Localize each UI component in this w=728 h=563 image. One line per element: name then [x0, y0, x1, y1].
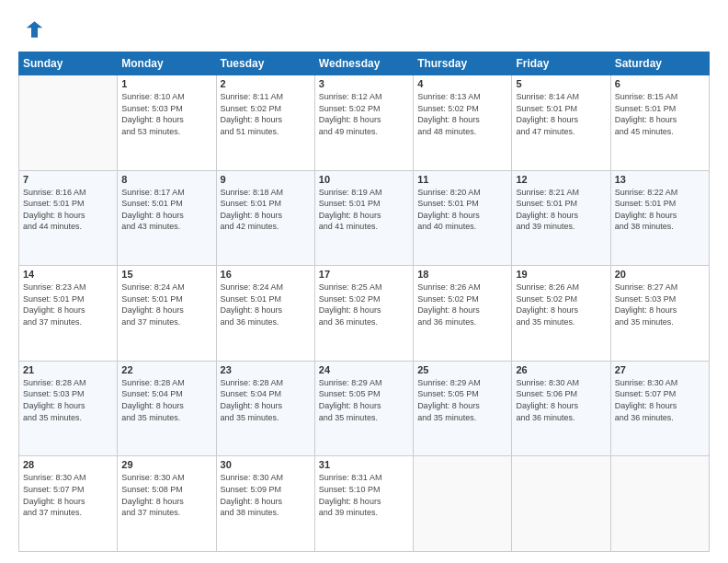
calendar-cell: 11Sunrise: 8:20 AM Sunset: 5:01 PM Dayli… — [414, 170, 512, 266]
day-number: 2 — [221, 78, 311, 89]
day-number: 12 — [516, 174, 606, 185]
calendar-cell: 22Sunrise: 8:28 AM Sunset: 5:04 PM Dayli… — [118, 361, 216, 456]
cell-info: Sunrise: 8:27 AM Sunset: 5:03 PM Dayligh… — [615, 282, 705, 327]
calendar-cell: 27Sunrise: 8:30 AM Sunset: 5:07 PM Dayli… — [610, 361, 709, 456]
calendar-cell: 6Sunrise: 8:15 AM Sunset: 5:01 PM Daylig… — [610, 75, 709, 171]
calendar-cell: 7Sunrise: 8:16 AM Sunset: 5:01 PM Daylig… — [19, 170, 118, 266]
cell-info: Sunrise: 8:12 AM Sunset: 5:02 PM Dayligh… — [319, 91, 409, 137]
cell-info: Sunrise: 8:24 AM Sunset: 5:01 PM Dayligh… — [221, 282, 311, 327]
calendar-cell: 14Sunrise: 8:23 AM Sunset: 5:01 PM Dayli… — [19, 266, 118, 362]
cell-info: Sunrise: 8:29 AM Sunset: 5:05 PM Dayligh… — [319, 377, 409, 423]
calendar-week-row: 21Sunrise: 8:28 AM Sunset: 5:03 PM Dayli… — [19, 361, 710, 456]
cell-info: Sunrise: 8:19 AM Sunset: 5:01 PM Dayligh… — [319, 187, 409, 233]
calendar-cell: 17Sunrise: 8:25 AM Sunset: 5:02 PM Dayli… — [314, 266, 413, 362]
cell-info: Sunrise: 8:28 AM Sunset: 5:04 PM Dayligh… — [221, 377, 311, 423]
header — [18, 17, 710, 42]
cell-info: Sunrise: 8:26 AM Sunset: 5:02 PM Dayligh… — [417, 282, 507, 327]
day-number: 6 — [615, 78, 705, 89]
day-number: 7 — [23, 174, 113, 185]
day-number: 26 — [516, 364, 606, 375]
calendar-week-row: 7Sunrise: 8:16 AM Sunset: 5:01 PM Daylig… — [19, 170, 710, 266]
calendar-week-row: 1Sunrise: 8:10 AM Sunset: 5:03 PM Daylig… — [19, 75, 710, 171]
day-number: 22 — [121, 364, 211, 375]
calendar-cell: 24Sunrise: 8:29 AM Sunset: 5:05 PM Dayli… — [314, 361, 413, 456]
calendar-cell: 20Sunrise: 8:27 AM Sunset: 5:03 PM Dayli… — [610, 266, 709, 362]
calendar-cell: 31Sunrise: 8:31 AM Sunset: 5:10 PM Dayli… — [314, 456, 413, 552]
calendar-cell: 19Sunrise: 8:26 AM Sunset: 5:02 PM Dayli… — [512, 266, 610, 362]
day-number: 27 — [615, 364, 705, 375]
cell-info: Sunrise: 8:13 AM Sunset: 5:02 PM Dayligh… — [417, 91, 507, 137]
calendar-cell: 23Sunrise: 8:28 AM Sunset: 5:04 PM Dayli… — [216, 361, 314, 456]
weekday-header-saturday: Saturday — [610, 52, 709, 75]
day-number: 24 — [319, 364, 409, 375]
cell-info: Sunrise: 8:17 AM Sunset: 5:01 PM Dayligh… — [121, 187, 211, 233]
day-number: 15 — [121, 269, 211, 280]
calendar-cell: 5Sunrise: 8:14 AM Sunset: 5:01 PM Daylig… — [512, 75, 610, 171]
day-number: 16 — [221, 269, 311, 280]
calendar-cell: 16Sunrise: 8:24 AM Sunset: 5:01 PM Dayli… — [216, 266, 314, 362]
cell-info: Sunrise: 8:25 AM Sunset: 5:02 PM Dayligh… — [319, 282, 409, 327]
calendar-cell: 8Sunrise: 8:17 AM Sunset: 5:01 PM Daylig… — [118, 170, 216, 266]
svg-marker-1 — [27, 21, 43, 38]
logo — [18, 17, 48, 42]
cell-info: Sunrise: 8:20 AM Sunset: 5:01 PM Dayligh… — [417, 187, 507, 233]
day-number: 28 — [23, 459, 113, 470]
day-number: 10 — [319, 174, 409, 185]
cell-info: Sunrise: 8:10 AM Sunset: 5:03 PM Dayligh… — [121, 91, 211, 137]
cell-info: Sunrise: 8:16 AM Sunset: 5:01 PM Dayligh… — [23, 187, 113, 233]
weekday-header-friday: Friday — [512, 52, 610, 75]
cell-info: Sunrise: 8:30 AM Sunset: 5:07 PM Dayligh… — [23, 472, 113, 518]
calendar-cell: 9Sunrise: 8:18 AM Sunset: 5:01 PM Daylig… — [216, 170, 314, 266]
day-number: 21 — [23, 364, 113, 375]
day-number: 3 — [319, 78, 409, 89]
day-number: 14 — [23, 269, 113, 280]
cell-info: Sunrise: 8:24 AM Sunset: 5:01 PM Dayligh… — [121, 282, 211, 327]
day-number: 20 — [615, 269, 705, 280]
cell-info: Sunrise: 8:22 AM Sunset: 5:01 PM Dayligh… — [615, 187, 705, 233]
day-number: 1 — [121, 78, 211, 89]
calendar-cell: 2Sunrise: 8:11 AM Sunset: 5:02 PM Daylig… — [216, 75, 314, 171]
day-number: 29 — [121, 459, 211, 470]
calendar-cell — [414, 456, 512, 552]
calendar-cell: 3Sunrise: 8:12 AM Sunset: 5:02 PM Daylig… — [314, 75, 413, 171]
calendar-cell: 15Sunrise: 8:24 AM Sunset: 5:01 PM Dayli… — [118, 266, 216, 362]
weekday-header-tuesday: Tuesday — [216, 52, 314, 75]
day-number: 17 — [319, 269, 409, 280]
page: SundayMondayTuesdayWednesdayThursdayFrid… — [0, 0, 728, 563]
calendar-cell: 13Sunrise: 8:22 AM Sunset: 5:01 PM Dayli… — [610, 170, 709, 266]
cell-info: Sunrise: 8:30 AM Sunset: 5:08 PM Dayligh… — [121, 472, 211, 518]
day-number: 18 — [417, 269, 507, 280]
calendar-cell: 1Sunrise: 8:10 AM Sunset: 5:03 PM Daylig… — [118, 75, 216, 171]
day-number: 5 — [516, 78, 606, 89]
calendar-cell: 26Sunrise: 8:30 AM Sunset: 5:06 PM Dayli… — [512, 361, 610, 456]
cell-info: Sunrise: 8:30 AM Sunset: 5:09 PM Dayligh… — [221, 472, 311, 518]
logo-icon — [18, 17, 44, 42]
weekday-header-monday: Monday — [118, 52, 216, 75]
day-number: 30 — [221, 459, 311, 470]
day-number: 31 — [319, 459, 409, 470]
day-number: 23 — [221, 364, 311, 375]
calendar-week-row: 14Sunrise: 8:23 AM Sunset: 5:01 PM Dayli… — [19, 266, 710, 362]
cell-info: Sunrise: 8:15 AM Sunset: 5:01 PM Dayligh… — [615, 91, 705, 137]
calendar-table: SundayMondayTuesdayWednesdayThursdayFrid… — [18, 52, 710, 552]
cell-info: Sunrise: 8:18 AM Sunset: 5:01 PM Dayligh… — [221, 187, 311, 233]
day-number: 8 — [121, 174, 211, 185]
calendar-cell: 29Sunrise: 8:30 AM Sunset: 5:08 PM Dayli… — [118, 456, 216, 552]
cell-info: Sunrise: 8:23 AM Sunset: 5:01 PM Dayligh… — [23, 282, 113, 327]
calendar-week-row: 28Sunrise: 8:30 AM Sunset: 5:07 PM Dayli… — [19, 456, 710, 552]
cell-info: Sunrise: 8:28 AM Sunset: 5:03 PM Dayligh… — [23, 377, 113, 423]
weekday-header-wednesday: Wednesday — [314, 52, 413, 75]
calendar-cell: 12Sunrise: 8:21 AM Sunset: 5:01 PM Dayli… — [512, 170, 610, 266]
day-number: 9 — [221, 174, 311, 185]
day-number: 11 — [417, 174, 507, 185]
calendar-cell: 10Sunrise: 8:19 AM Sunset: 5:01 PM Dayli… — [314, 170, 413, 266]
day-number: 25 — [417, 364, 507, 375]
calendar-cell: 30Sunrise: 8:30 AM Sunset: 5:09 PM Dayli… — [216, 456, 314, 552]
cell-info: Sunrise: 8:29 AM Sunset: 5:05 PM Dayligh… — [417, 377, 507, 423]
cell-info: Sunrise: 8:30 AM Sunset: 5:06 PM Dayligh… — [516, 377, 606, 423]
weekday-header-sunday: Sunday — [19, 52, 118, 75]
calendar-cell — [610, 456, 709, 552]
cell-info: Sunrise: 8:30 AM Sunset: 5:07 PM Dayligh… — [615, 377, 705, 423]
calendar-cell: 25Sunrise: 8:29 AM Sunset: 5:05 PM Dayli… — [414, 361, 512, 456]
day-number: 13 — [615, 174, 705, 185]
